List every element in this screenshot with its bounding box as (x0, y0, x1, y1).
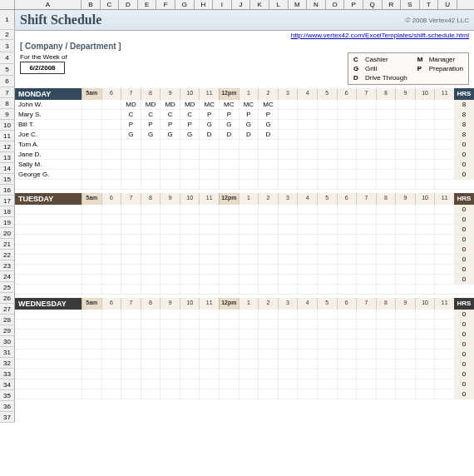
shift-cell[interactable] (317, 340, 337, 349)
shift-cell[interactable] (376, 275, 396, 284)
shift-cell[interactable] (278, 130, 298, 139)
employee-name[interactable] (15, 255, 81, 264)
shift-cell[interactable] (121, 389, 141, 399)
shift-cell[interactable] (258, 310, 278, 319)
shift-cell[interactable] (376, 340, 396, 349)
shift-cell[interactable] (395, 205, 415, 214)
shift-cell[interactable] (239, 255, 259, 264)
shift-cell[interactable]: G (160, 130, 180, 139)
shift-cell[interactable] (278, 120, 298, 129)
shift-cell[interactable] (101, 350, 121, 359)
shift-cell[interactable] (258, 140, 278, 149)
shift-cell[interactable] (297, 330, 317, 339)
shift-cell[interactable] (199, 369, 219, 379)
shift-cell[interactable] (121, 205, 141, 214)
shift-cell[interactable] (258, 275, 278, 284)
shift-cell[interactable] (160, 379, 180, 389)
shift-cell[interactable] (415, 120, 435, 129)
shift-cell[interactable] (415, 160, 435, 169)
shift-cell[interactable] (81, 310, 101, 319)
shift-cell[interactable] (239, 245, 259, 254)
shift-cell[interactable] (297, 389, 317, 399)
shift-cell[interactable] (121, 140, 141, 149)
shift-cell[interactable] (337, 110, 357, 119)
shift-cell[interactable] (180, 369, 200, 379)
shift-cell[interactable] (239, 310, 259, 319)
shift-cell[interactable] (297, 225, 317, 234)
shift-cell[interactable] (101, 100, 121, 109)
shift-cell[interactable] (297, 160, 317, 169)
shift-cell[interactable]: G (121, 130, 141, 139)
shift-cell[interactable] (337, 205, 357, 214)
shift-cell[interactable] (376, 245, 396, 254)
shift-cell[interactable] (297, 340, 317, 349)
shift-cell[interactable] (219, 330, 239, 339)
shift-cell[interactable] (317, 110, 337, 119)
shift-cell[interactable] (141, 369, 160, 379)
shift-cell[interactable] (199, 150, 219, 159)
shift-cell[interactable] (278, 160, 298, 169)
shift-cell[interactable] (317, 130, 337, 139)
shift-cell[interactable] (141, 160, 160, 169)
shift-cell[interactable] (219, 350, 239, 359)
employee-name[interactable] (15, 320, 81, 329)
shift-cell[interactable] (415, 225, 435, 234)
shift-cell[interactable]: P (199, 110, 219, 119)
shift-cell[interactable] (337, 150, 357, 159)
shift-cell[interactable] (415, 215, 435, 224)
shift-cell[interactable] (121, 379, 141, 389)
employee-name[interactable] (15, 225, 81, 234)
shift-cell[interactable] (199, 310, 219, 319)
column-header[interactable]: F (156, 0, 175, 9)
shift-cell[interactable] (239, 215, 259, 224)
column-header[interactable]: T (420, 0, 439, 9)
shift-cell[interactable] (199, 225, 219, 234)
shift-cell[interactable] (297, 235, 317, 244)
shift-cell[interactable] (121, 340, 141, 349)
shift-cell[interactable] (219, 359, 239, 369)
shift-cell[interactable] (81, 110, 101, 119)
shift-cell[interactable] (356, 389, 376, 399)
shift-cell[interactable] (376, 359, 396, 369)
shift-cell[interactable] (81, 350, 101, 359)
shift-cell[interactable] (81, 225, 101, 234)
shift-cell[interactable] (434, 150, 454, 159)
shift-cell[interactable] (278, 330, 298, 339)
shift-cell[interactable] (219, 150, 239, 159)
shift-cell[interactable] (415, 235, 435, 244)
shift-cell[interactable] (415, 310, 435, 319)
shift-cell[interactable] (160, 265, 180, 274)
shift-cell[interactable] (395, 100, 415, 109)
shift-cell[interactable] (219, 215, 239, 224)
shift-cell[interactable] (121, 320, 141, 329)
shift-cell[interactable] (317, 170, 337, 179)
shift-cell[interactable] (395, 320, 415, 329)
shift-cell[interactable] (101, 170, 121, 179)
shift-cell[interactable] (337, 235, 357, 244)
shift-cell[interactable] (121, 359, 141, 369)
shift-cell[interactable] (258, 320, 278, 329)
column-header[interactable]: L (269, 0, 289, 9)
shift-cell[interactable] (141, 205, 160, 214)
shift-cell[interactable] (317, 389, 337, 399)
shift-cell[interactable] (297, 215, 317, 224)
shift-cell[interactable] (317, 215, 337, 224)
column-header[interactable]: E (138, 0, 157, 9)
shift-cell[interactable] (356, 120, 376, 129)
shift-cell[interactable] (258, 340, 278, 349)
row-header[interactable]: 23 (0, 260, 15, 271)
shift-cell[interactable] (434, 225, 454, 234)
shift-cell[interactable] (199, 350, 219, 359)
shift-cell[interactable] (395, 359, 415, 369)
shift-cell[interactable] (258, 150, 278, 159)
shift-cell[interactable] (219, 225, 239, 234)
shift-cell[interactable] (434, 379, 454, 389)
employee-name[interactable]: Joe C. (15, 130, 81, 139)
shift-cell[interactable] (180, 310, 200, 319)
shift-cell[interactable] (415, 100, 435, 109)
shift-cell[interactable] (337, 369, 357, 379)
shift-cell[interactable] (317, 359, 337, 369)
shift-cell[interactable] (434, 350, 454, 359)
shift-cell[interactable] (101, 215, 121, 224)
shift-cell[interactable] (180, 330, 200, 339)
